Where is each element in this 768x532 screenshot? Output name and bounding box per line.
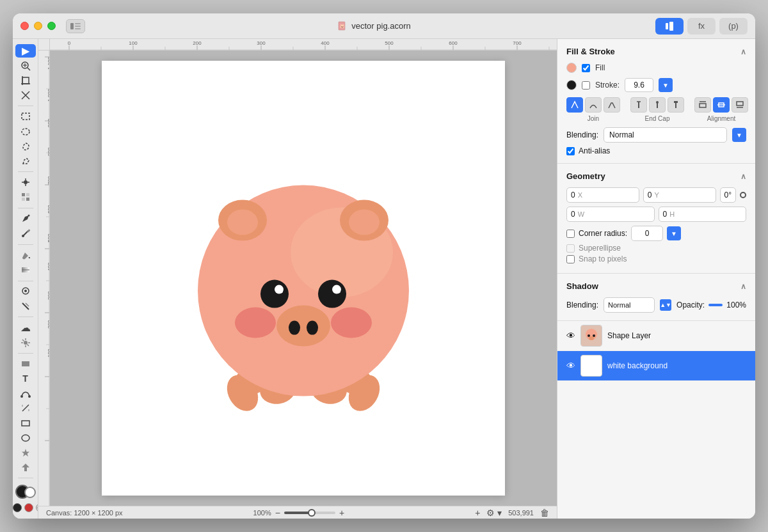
rect-marquee-tool-button[interactable]: [15, 110, 36, 123]
svg-rect-7: [669, 22, 673, 31]
star-tool-button[interactable]: [15, 446, 36, 459]
wh-row: 0 W 0 H: [566, 207, 746, 222]
layer-item-background[interactable]: 👁 white background: [557, 351, 755, 381]
align-inside-button[interactable]: [694, 97, 711, 113]
w-field[interactable]: 0 W: [566, 207, 655, 222]
stroke-dropdown-button[interactable]: ▼: [659, 78, 673, 92]
svg-point-117: [227, 210, 258, 235]
maximize-button[interactable]: [47, 22, 56, 30]
align-center-button[interactable]: [713, 97, 730, 113]
transform-tool-button[interactable]: [15, 88, 36, 102]
h-field[interactable]: 0 H: [659, 207, 747, 222]
clone-stamp-button[interactable]: [15, 285, 36, 298]
close-button[interactable]: [20, 22, 29, 30]
fill-checkbox[interactable]: [582, 64, 590, 72]
brush-tool-button[interactable]: [15, 227, 36, 240]
geometry-collapse[interactable]: ∧: [740, 172, 746, 181]
stroke-color-swatch[interactable]: [566, 80, 577, 90]
select-tool-button[interactable]: ▶: [15, 44, 36, 58]
pen-tool-button[interactable]: [15, 212, 36, 226]
canvas-viewport[interactable]: [50, 51, 557, 506]
svg-point-129: [331, 308, 372, 338]
corner-radius-checkbox[interactable]: [566, 230, 575, 238]
cloud-shape-button[interactable]: ☁: [15, 321, 36, 334]
svg-point-126: [289, 321, 300, 335]
layer-visibility-shape[interactable]: 👁: [566, 331, 575, 341]
svg-rect-27: [26, 198, 29, 201]
bezier-tool-button[interactable]: [15, 387, 36, 400]
snap-pixels-checkbox[interactable]: [566, 255, 575, 263]
minimize-button[interactable]: [34, 22, 42, 30]
corner-radius-label: Corner radius:: [579, 229, 627, 238]
right-panel: Fill & Stroke ∧ Fill Stroke: 9.6: [557, 39, 755, 519]
shadow-collapse[interactable]: ∧: [740, 282, 746, 291]
background-color[interactable]: [24, 487, 36, 498]
corner-radius-value[interactable]: 0: [631, 226, 663, 241]
gradient-tool-button[interactable]: [15, 263, 36, 276]
fill-color-swatch[interactable]: [566, 63, 577, 73]
delete-button[interactable]: 🗑: [540, 508, 549, 518]
text-tool-button[interactable]: T: [15, 372, 36, 386]
y-field[interactable]: 0 Y: [643, 187, 716, 203]
color-swatch-area[interactable]: [15, 485, 36, 498]
circle-marquee-tool-button[interactable]: [15, 125, 36, 138]
red-swatch[interactable]: [24, 503, 33, 512]
arrow-tool-button[interactable]: [15, 460, 36, 474]
blending-label: Blending:: [566, 130, 598, 139]
svg-rect-17: [22, 113, 29, 120]
svg-text:1,000: 1,000: [47, 88, 50, 102]
endcap-flat-button[interactable]: [630, 97, 647, 113]
join-round-button[interactable]: [585, 97, 602, 113]
smudge-tool-button[interactable]: [15, 299, 36, 313]
x-field[interactable]: 0 X: [566, 187, 639, 203]
corner-radius-dropdown[interactable]: ▼: [667, 226, 681, 240]
endcap-square-button[interactable]: [668, 97, 684, 113]
svg-point-18: [22, 129, 29, 135]
blending-dropdown-button[interactable]: ▼: [732, 128, 746, 142]
add-layer-button[interactable]: +: [475, 508, 480, 518]
layer-item-shape[interactable]: 👁 Shape Layer: [557, 321, 755, 351]
antialias-checkbox[interactable]: [566, 147, 575, 155]
settings-button[interactable]: ⚙ ▾: [486, 508, 502, 518]
lasso-tool-button[interactable]: [15, 139, 36, 153]
line-tool-button[interactable]: [15, 402, 36, 415]
crop-tool-button[interactable]: [15, 74, 36, 87]
sun-button[interactable]: [15, 336, 36, 349]
ruler-corner: [38, 39, 50, 51]
join-bevel-button[interactable]: [604, 97, 620, 113]
canvas-document[interactable]: [102, 61, 505, 496]
ellipse-tool-button[interactable]: [15, 431, 36, 444]
angle-dot[interactable]: [740, 192, 746, 198]
paint-select-button[interactable]: [15, 191, 36, 204]
magic-wand-tool-button[interactable]: [15, 176, 36, 189]
endcap-round-button[interactable]: [649, 97, 666, 113]
zoom-slider[interactable]: [284, 512, 335, 514]
black-swatch[interactable]: [13, 503, 22, 512]
shadow-blend-dropdown[interactable]: ▲▼: [660, 299, 671, 311]
zoom-out-button[interactable]: −: [275, 508, 280, 518]
zoom-tool-button[interactable]: [15, 59, 36, 72]
paint-bucket-tool-button[interactable]: [15, 248, 36, 262]
type-tab-button[interactable]: (p): [719, 18, 748, 35]
shadow-blend-select[interactable]: Normal: [604, 297, 655, 313]
join-miter-button[interactable]: [566, 97, 583, 113]
rect-shape-button[interactable]: [15, 357, 36, 371]
pen-lasso-tool-button[interactable]: [15, 154, 36, 168]
rectangle-tool-button[interactable]: [15, 416, 36, 430]
fill-stroke-collapse[interactable]: ∧: [740, 47, 746, 56]
zoom-handle[interactable]: [308, 509, 316, 517]
angle-field[interactable]: 0°: [720, 187, 736, 203]
svg-rect-26: [22, 198, 25, 201]
opacity-slider[interactable]: [708, 304, 723, 306]
tools-tab-button[interactable]: [655, 18, 684, 35]
fx-tab-button[interactable]: fx: [687, 18, 716, 35]
stroke-value-field[interactable]: 9.6: [625, 78, 653, 92]
zoom-in-button[interactable]: +: [339, 508, 344, 518]
superellipse-checkbox[interactable]: [566, 244, 575, 253]
align-outside-button[interactable]: [732, 97, 748, 113]
stroke-checkbox[interactable]: [582, 81, 590, 90]
blending-select[interactable]: Normal: [604, 127, 727, 143]
svg-rect-51: [22, 421, 29, 426]
layer-visibility-bg[interactable]: 👁: [566, 361, 575, 371]
sidebar-toggle-button[interactable]: [66, 19, 85, 33]
